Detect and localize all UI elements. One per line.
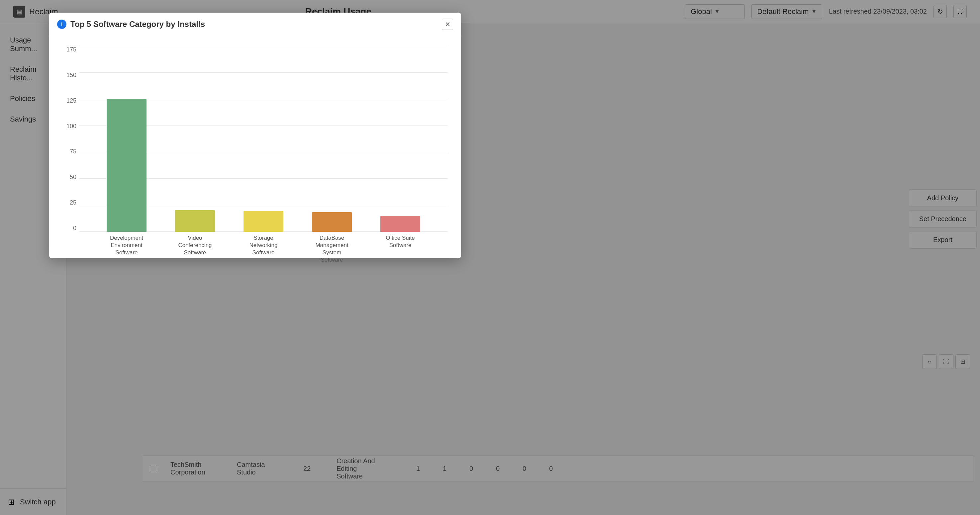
modal-dialog: i Top 5 Software Category by Installs ✕ …	[49, 13, 461, 258]
chart-container: 0 25 50 75 100 125 150 175	[62, 46, 448, 252]
chart-plot	[79, 46, 448, 232]
modal-title: Top 5 Software Category by Installs	[70, 20, 438, 29]
x-label-0: Development Environment Software	[107, 232, 146, 252]
x-label-2: Storage Networking Software	[243, 232, 283, 252]
info-icon: i	[57, 20, 67, 29]
modal-header: i Top 5 Software Category by Installs ✕	[49, 13, 461, 36]
x-label-4: Office Suite Software	[380, 232, 420, 252]
bars-container	[79, 46, 448, 232]
y-label-100: 100	[62, 123, 79, 130]
bar-group-3	[312, 212, 352, 232]
y-label-75: 75	[62, 148, 79, 155]
chart-x-labels: Development Environment Software Video C…	[79, 232, 448, 252]
y-label-175: 175	[62, 46, 79, 53]
bar-0	[107, 99, 146, 232]
y-label-125: 125	[62, 97, 79, 104]
y-label-25: 25	[62, 199, 79, 206]
modal-close-button[interactable]: ✕	[442, 19, 453, 30]
bar-group-1	[175, 210, 215, 232]
bar-group-2	[243, 211, 283, 232]
bar-2	[243, 211, 283, 232]
y-label-150: 150	[62, 72, 79, 79]
modal-body: 0 25 50 75 100 125 150 175	[49, 36, 461, 258]
y-label-50: 50	[62, 174, 79, 181]
bar-4	[380, 216, 420, 232]
bar-group-4	[380, 216, 420, 232]
bar-3	[312, 212, 352, 232]
y-label-0: 0	[62, 225, 79, 232]
bar-1	[175, 210, 215, 232]
x-label-3: DataBase Management System Software	[312, 232, 352, 252]
bar-group-0	[107, 99, 146, 232]
x-label-1: Video Conferencing Software	[175, 232, 215, 252]
chart-y-axis: 0 25 50 75 100 125 150 175	[62, 46, 79, 232]
